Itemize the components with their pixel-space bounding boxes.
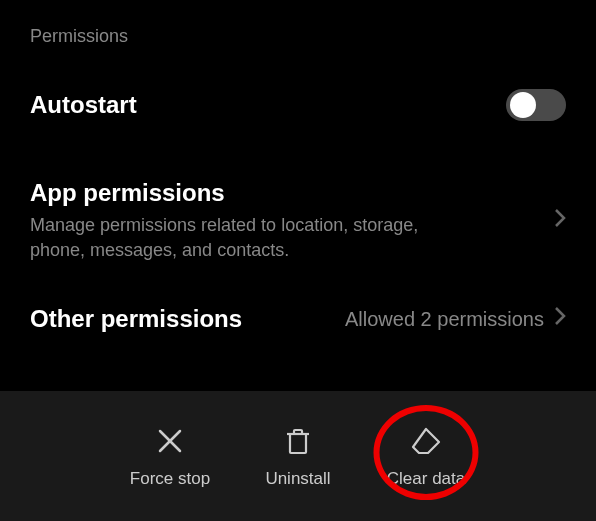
settings-content: Permissions Autostart App permissions Ma… [0, 0, 596, 347]
other-permissions-value: Allowed 2 permissions [345, 308, 544, 331]
clear-data-label: Clear data [387, 469, 465, 489]
app-permissions-title: App permissions [30, 179, 554, 207]
other-permissions-title: Other permissions [30, 305, 345, 333]
app-permissions-subtitle: Manage permissions related to location, … [30, 213, 470, 263]
autostart-title: Autostart [30, 91, 506, 119]
force-stop-label: Force stop [130, 469, 210, 489]
svg-rect-2 [290, 434, 306, 453]
row-app-permissions[interactable]: App permissions Manage permissions relat… [30, 165, 566, 277]
clear-data-button[interactable]: Clear data [378, 423, 474, 489]
bottom-action-bar: Force stop Uninstall Clear data [0, 391, 596, 521]
force-stop-button[interactable]: Force stop [122, 423, 218, 489]
toggle-knob [510, 92, 536, 118]
autostart-toggle[interactable] [506, 89, 566, 121]
chevron-right-icon [554, 208, 566, 234]
chevron-right-icon [554, 306, 566, 332]
uninstall-label: Uninstall [265, 469, 330, 489]
uninstall-button[interactable]: Uninstall [250, 423, 346, 489]
eraser-icon [409, 423, 443, 459]
close-icon [156, 423, 184, 459]
trash-icon [284, 423, 312, 459]
section-header-permissions: Permissions [30, 26, 566, 47]
row-autostart[interactable]: Autostart [30, 75, 566, 135]
row-other-permissions[interactable]: Other permissions Allowed 2 permissions [30, 291, 566, 347]
